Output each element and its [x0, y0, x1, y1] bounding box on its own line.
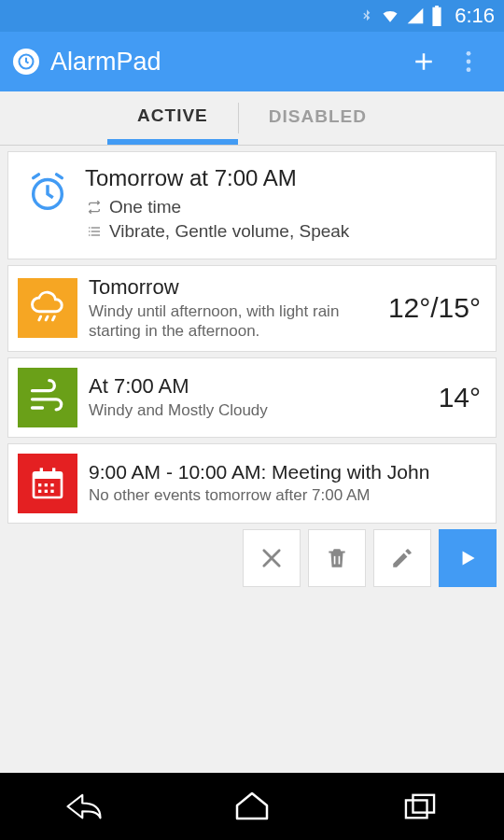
dismiss-button[interactable]	[243, 529, 301, 587]
svg-rect-10	[91, 234, 100, 235]
svg-rect-23	[406, 800, 427, 818]
svg-rect-6	[91, 227, 100, 228]
svg-point-1	[467, 51, 471, 56]
weather-time-card[interactable]: At 7:00 AM Windy and Mostly Cloudy 14°	[7, 357, 497, 438]
home-button[interactable]	[210, 784, 294, 829]
android-nav-bar	[0, 773, 504, 840]
add-alarm-button[interactable]	[401, 39, 446, 84]
weather-time-description: Windy and Mostly Cloudy	[89, 400, 427, 420]
status-bar: 6:16	[0, 0, 504, 32]
svg-rect-5	[89, 227, 90, 228]
tab-disabled[interactable]: DISABLED	[239, 91, 397, 145]
svg-rect-21	[334, 555, 336, 564]
tabs: ACTIVE DISABLED	[0, 91, 504, 146]
edit-button[interactable]	[373, 529, 431, 587]
wind-icon	[18, 368, 77, 427]
content-area: Tomorrow at 7:00 AM One time Vibrate, Ge…	[0, 146, 504, 773]
wifi-icon	[380, 7, 400, 25]
app-title: AlarmPad	[50, 48, 401, 77]
alarm-options-label: Vibrate, Gentle volume, Speak	[109, 221, 349, 242]
svg-rect-7	[89, 231, 90, 231]
overflow-menu-button[interactable]	[446, 39, 491, 84]
signal-icon	[406, 7, 425, 25]
calendar-icon	[18, 454, 77, 513]
weather-time-temp: 14°	[439, 382, 486, 413]
svg-rect-9	[89, 234, 90, 235]
bluetooth-icon	[359, 7, 374, 25]
svg-rect-16	[45, 483, 48, 486]
status-time: 6:16	[455, 4, 495, 28]
delete-button[interactable]	[308, 529, 366, 587]
weather-day-title: Tomorrow	[89, 275, 377, 300]
svg-rect-17	[50, 483, 53, 486]
weather-day-temp: 12°/15°	[388, 292, 486, 324]
svg-rect-20	[50, 489, 53, 492]
play-button[interactable]	[439, 529, 497, 587]
svg-point-3	[467, 67, 471, 72]
alarm-clock-icon	[20, 165, 76, 214]
svg-rect-15	[38, 483, 41, 486]
calendar-event-title: 9:00 AM - 10:00 AM: Meeting with John	[89, 461, 475, 483]
svg-rect-8	[91, 231, 100, 231]
calendar-event-card[interactable]: 9:00 AM - 10:00 AM: Meeting with John No…	[7, 443, 497, 524]
battery-icon	[430, 6, 443, 26]
svg-rect-14	[52, 468, 55, 474]
svg-rect-13	[40, 468, 43, 474]
weather-day-card[interactable]: Tomorrow Windy until afternoon, with lig…	[7, 265, 497, 352]
app-logo-clock-icon	[13, 49, 39, 75]
svg-rect-24	[413, 795, 434, 813]
app-bar: AlarmPad	[0, 32, 504, 91]
rain-cloud-icon	[18, 278, 77, 338]
recents-button[interactable]	[378, 784, 462, 829]
alarm-card[interactable]: Tomorrow at 7:00 AM One time Vibrate, Ge…	[7, 151, 497, 259]
svg-rect-12	[34, 472, 62, 479]
svg-rect-18	[38, 489, 41, 492]
back-button[interactable]	[42, 784, 126, 829]
tab-active[interactable]: ACTIVE	[107, 91, 238, 145]
weather-day-description: Windy until afternoon, with light rain s…	[89, 301, 377, 342]
svg-point-2	[467, 60, 471, 64]
alarm-actions-row	[7, 529, 497, 587]
weather-time-title: At 7:00 AM	[89, 374, 427, 399]
alarm-time-label: Tomorrow at 7:00 AM	[85, 165, 484, 191]
svg-rect-22	[339, 555, 341, 564]
alarm-repeat-label: One time	[109, 197, 181, 217]
repeat-icon	[85, 200, 109, 215]
svg-rect-19	[45, 489, 48, 492]
list-icon	[85, 224, 109, 239]
calendar-event-sub: No other events tomorrow after 7:00 AM	[89, 485, 475, 505]
